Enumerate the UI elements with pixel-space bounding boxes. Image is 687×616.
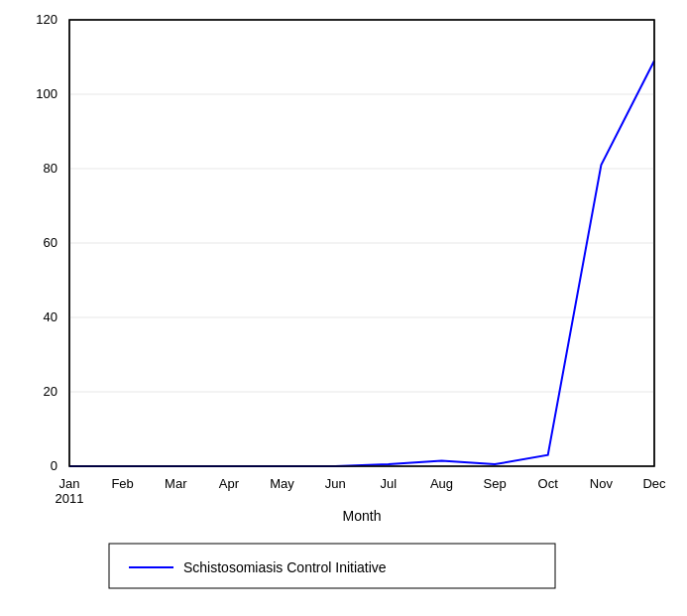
y-label-40: 40 bbox=[44, 309, 57, 324]
x-label-aug: Aug bbox=[430, 476, 453, 491]
y-label-0: 0 bbox=[51, 458, 57, 473]
x-label-jul: Jul bbox=[380, 476, 397, 491]
y-label-100: 100 bbox=[36, 86, 57, 101]
legend-label: Schistosomiasis Control Initiative bbox=[183, 559, 387, 575]
x-label-feb: Feb bbox=[111, 476, 133, 491]
x-label-nov: Nov bbox=[590, 476, 614, 491]
y-label-60: 60 bbox=[44, 235, 57, 250]
y-label-80: 80 bbox=[44, 161, 57, 176]
x-label-jan: Jan bbox=[59, 476, 80, 491]
y-label-120: 120 bbox=[36, 12, 57, 27]
x-label-mar: Mar bbox=[165, 476, 187, 491]
x-label-jun: Jun bbox=[325, 476, 346, 491]
y-label-20: 20 bbox=[44, 384, 57, 399]
x-label-sep: Sep bbox=[484, 476, 507, 491]
line-chart: 0 20 40 60 80 100 120 Jan 2011 Feb Mar A… bbox=[0, 0, 687, 616]
x-axis-label: Month bbox=[343, 508, 382, 524]
x-label-may: May bbox=[270, 476, 294, 491]
x-label-apr: Apr bbox=[219, 476, 240, 491]
x-label-dec: Dec bbox=[642, 476, 666, 491]
x-label-oct: Oct bbox=[538, 476, 559, 491]
chart-container: 0 20 40 60 80 100 120 Jan 2011 Feb Mar A… bbox=[0, 0, 687, 616]
x-label-year: 2011 bbox=[56, 491, 84, 506]
